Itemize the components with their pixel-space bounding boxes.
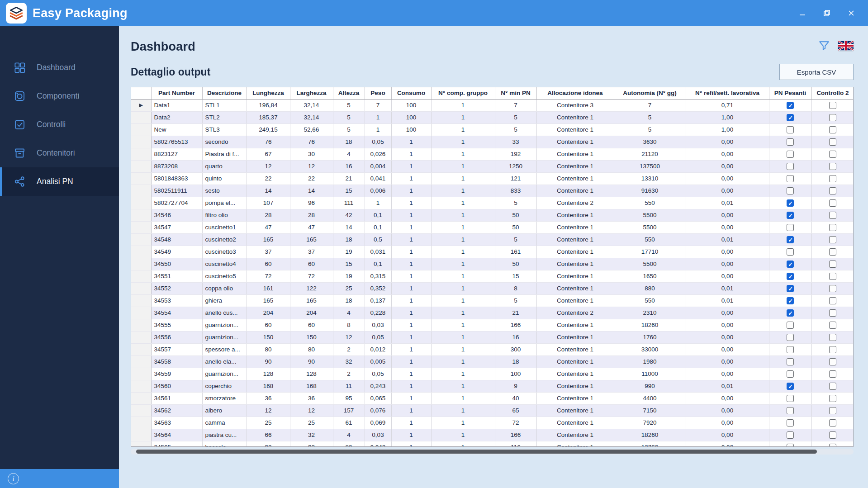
cell[interactable]: 0,71 (686, 99, 769, 111)
cell[interactable]: 18260 (614, 319, 686, 331)
cell[interactable]: 0,243 (365, 380, 391, 392)
cell[interactable]: 90 (247, 355, 290, 368)
cell[interactable]: coppa olio (202, 282, 247, 294)
controllo-2-checkbox[interactable] (829, 297, 836, 304)
controllo-2-checkbox[interactable] (829, 309, 836, 317)
cell[interactable]: 0,00 (686, 404, 769, 417)
cell[interactable]: 7 (495, 99, 536, 111)
cell[interactable]: 990 (614, 380, 686, 392)
pn-pesanti-checkbox[interactable] (787, 102, 794, 109)
cell[interactable]: 1 (431, 233, 495, 246)
cell[interactable]: 1 (431, 441, 495, 447)
cell[interactable]: 0,00 (686, 172, 769, 185)
column-header-part-number[interactable]: Part Number (151, 87, 202, 99)
table-row[interactable]: 34553ghiera165165180,137115Contenitore 1… (131, 294, 854, 307)
cell[interactable]: 0,00 (686, 441, 769, 447)
cell[interactable]: Contenitore 2 (536, 197, 614, 209)
cell[interactable]: 1 (431, 417, 495, 429)
cell[interactable]: 18 (333, 294, 365, 307)
row-selected-arrow-icon[interactable]: ▶ (131, 99, 151, 111)
pn-pesanti-checkbox[interactable] (787, 163, 794, 170)
cell[interactable]: 0,00 (686, 185, 769, 197)
cell[interactable]: 1 (391, 392, 431, 404)
row-selector[interactable] (131, 319, 151, 331)
cell[interactable]: 5 (495, 123, 536, 136)
cell[interactable]: quinto (202, 172, 247, 185)
cell[interactable]: 17710 (614, 246, 686, 258)
cell[interactable]: 122 (290, 282, 333, 294)
cell[interactable]: 0,076 (365, 404, 391, 417)
cell[interactable]: 192 (495, 148, 536, 160)
cell[interactable]: 34558 (151, 355, 202, 368)
pn-pesanti-checkbox[interactable] (787, 419, 794, 426)
cell[interactable]: Contenitore 1 (536, 221, 614, 233)
cell[interactable]: 15 (333, 258, 365, 270)
cell[interactable]: 0,5 (365, 233, 391, 246)
table-row[interactable]: 34555guarnizion...606080,0311166Contenit… (131, 319, 854, 331)
cell[interactable]: Contenitore 1 (536, 136, 614, 148)
cell[interactable]: 4 (333, 307, 365, 319)
controllo-2-checkbox[interactable] (829, 102, 836, 109)
cell[interactable]: 165 (247, 294, 290, 307)
cell[interactable]: cuscinetto3 (202, 246, 247, 258)
cell[interactable]: 137500 (614, 160, 686, 172)
cell[interactable]: 33 (495, 136, 536, 148)
cell[interactable]: 5 (495, 233, 536, 246)
row-selector[interactable] (131, 441, 151, 447)
row-selector[interactable] (131, 172, 151, 185)
cell[interactable]: Contenitore 1 (536, 258, 614, 270)
cell[interactable]: 100 (391, 99, 431, 111)
table-row[interactable]: 5802727704pompa el...107961111115Conteni… (131, 197, 854, 209)
cell[interactable]: 116 (495, 441, 536, 447)
cell[interactable]: 550 (614, 233, 686, 246)
cell[interactable]: 72 (247, 270, 290, 282)
row-selector[interactable] (131, 282, 151, 294)
cell[interactable]: 1 (431, 282, 495, 294)
pn-pesanti-checkbox[interactable] (787, 114, 794, 121)
cell[interactable]: 34559 (151, 368, 202, 380)
cell[interactable]: 1 (391, 380, 431, 392)
cell[interactable]: 1 (391, 209, 431, 221)
pn-pesanti-checkbox[interactable] (787, 212, 794, 219)
cell[interactable]: 0,069 (365, 417, 391, 429)
cell[interactable]: 25 (247, 417, 290, 429)
controllo-2-checkbox[interactable] (829, 151, 836, 158)
cell[interactable]: 1 (391, 368, 431, 380)
pn-pesanti-checkbox[interactable] (787, 261, 794, 268)
cell[interactable]: 1 (431, 368, 495, 380)
column-header-pn-pesanti[interactable]: PN Pesanti (769, 87, 811, 99)
cell[interactable]: 0,00 (686, 331, 769, 343)
cell[interactable]: 249,15 (247, 123, 290, 136)
cell[interactable]: 1 (365, 123, 391, 136)
cell[interactable]: 185,37 (247, 111, 290, 123)
cell[interactable]: 34551 (151, 270, 202, 282)
table-row[interactable]: 34559guarnizion...12812820,0511100Conten… (131, 368, 854, 380)
column-header-descrizione[interactable]: Descrizione (202, 87, 247, 99)
cell[interactable]: 1 (431, 160, 495, 172)
controllo-2-checkbox[interactable] (829, 322, 836, 329)
cell[interactable]: 34562 (151, 404, 202, 417)
cell[interactable]: 32 (290, 429, 333, 441)
table-row[interactable]: 34558anello ela...9090320,0051118Conteni… (131, 355, 854, 368)
cell[interactable]: secondo (202, 136, 247, 148)
cell[interactable]: 0,00 (686, 160, 769, 172)
cell[interactable]: 166 (495, 319, 536, 331)
cell[interactable]: 12 (290, 160, 333, 172)
cell[interactable]: 1 (391, 246, 431, 258)
pn-pesanti-checkbox[interactable] (787, 407, 794, 414)
filter-icon[interactable] (818, 40, 830, 53)
cell[interactable]: Contenitore 1 (536, 331, 614, 343)
controllo-2-checkbox[interactable] (829, 419, 836, 426)
cell[interactable]: 0,00 (686, 258, 769, 270)
table-row[interactable]: 34548cuscinetto2165165180,5115Contenitor… (131, 233, 854, 246)
cell[interactable]: 5 (495, 197, 536, 209)
cell[interactable]: 196,84 (247, 99, 290, 111)
controllo-2-checkbox[interactable] (829, 248, 836, 256)
cell[interactable]: sesto (202, 185, 247, 197)
cell[interactable]: 1 (391, 343, 431, 355)
cell[interactable]: 34547 (151, 221, 202, 233)
cell[interactable]: 80 (290, 343, 333, 355)
cell[interactable]: 18260 (614, 429, 686, 441)
cell[interactable]: 34564 (151, 429, 202, 441)
cell[interactable]: 0,00 (686, 209, 769, 221)
